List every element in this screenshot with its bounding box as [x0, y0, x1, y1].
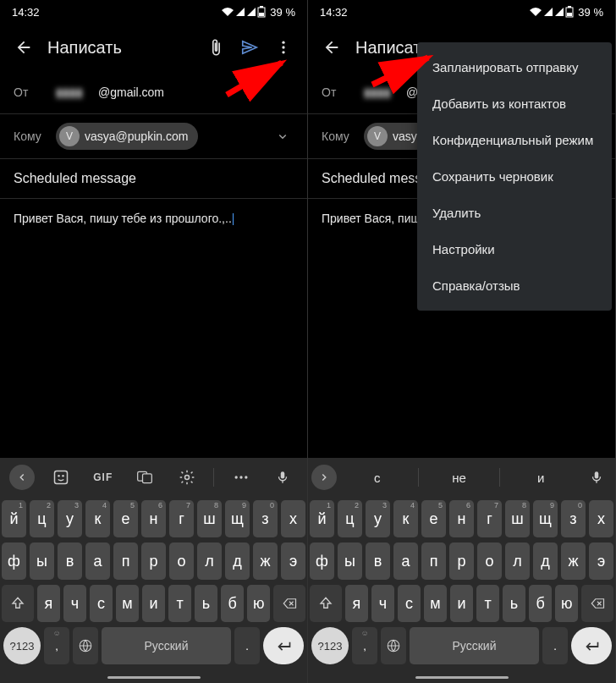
key-letter[interactable]: у3: [366, 500, 390, 537]
key-letter[interactable]: л: [505, 543, 530, 580]
key-letter[interactable]: п: [421, 543, 446, 580]
key-letter[interactable]: о: [169, 543, 194, 580]
key-letter[interactable]: а: [85, 543, 110, 580]
key-letter[interactable]: ы: [338, 543, 362, 580]
key-letter[interactable]: з0: [561, 500, 586, 537]
key-letter[interactable]: ц2: [338, 500, 362, 537]
nav-pill[interactable]: [107, 676, 201, 679]
key-letter[interactable]: э: [281, 543, 305, 580]
kb-chevron-right-icon[interactable]: [311, 465, 337, 490]
key-letter[interactable]: е5: [421, 500, 446, 537]
key-space[interactable]: Русский: [102, 627, 231, 664]
menu-item[interactable]: Конфиденциальный режим: [417, 122, 612, 158]
key-letter[interactable]: д: [225, 543, 250, 580]
key-letter[interactable]: т: [476, 585, 499, 622]
key-letter[interactable]: ч: [371, 585, 394, 622]
key-letter[interactable]: к4: [393, 500, 418, 537]
back-icon[interactable]: [7, 30, 41, 64]
suggestion[interactable]: не: [419, 471, 500, 485]
key-letter[interactable]: ы: [30, 543, 54, 580]
key-letter[interactable]: н6: [141, 500, 166, 537]
key-letter[interactable]: п: [113, 543, 138, 580]
key-letter[interactable]: ж: [561, 543, 586, 580]
key-comma[interactable]: ☺,: [352, 627, 377, 664]
key-letter[interactable]: н6: [449, 500, 474, 537]
key-letter[interactable]: х: [589, 500, 613, 537]
key-shift-icon[interactable]: [310, 585, 342, 622]
key-letter[interactable]: м: [116, 585, 139, 622]
key-letter[interactable]: е5: [113, 500, 138, 537]
kb-mic-icon[interactable]: [267, 462, 298, 493]
key-shift-icon[interactable]: [2, 585, 34, 622]
subject-field[interactable]: Scheduled message: [0, 159, 307, 198]
attach-icon[interactable]: [199, 30, 233, 64]
key-letter[interactable]: и: [142, 585, 165, 622]
from-row[interactable]: От ▮▮▮▮@gmail.com: [0, 71, 307, 113]
body-field[interactable]: Привет Вася, пишу тебе из прошлого.,..: [0, 199, 307, 351]
key-letter[interactable]: х: [281, 500, 305, 537]
key-letter[interactable]: й1: [2, 500, 26, 537]
menu-item[interactable]: Добавить из контактов: [417, 85, 612, 122]
key-backspace-icon[interactable]: [581, 585, 613, 622]
kb-chevron-left-icon[interactable]: [9, 465, 35, 490]
key-letter[interactable]: т: [168, 585, 191, 622]
suggestion[interactable]: и: [500, 471, 581, 485]
kb-mic-icon[interactable]: [581, 462, 612, 493]
kb-gif-icon[interactable]: GIF: [88, 462, 118, 493]
kb-translate-icon[interactable]: [129, 462, 160, 493]
menu-item[interactable]: Запланировать отправку: [417, 49, 612, 85]
key-letter[interactable]: з0: [253, 500, 278, 537]
expand-icon[interactable]: [272, 125, 294, 147]
key-letter[interactable]: ь: [195, 585, 217, 622]
key-letter[interactable]: м: [424, 585, 447, 622]
kb-sticker-icon[interactable]: [46, 462, 76, 493]
key-letter[interactable]: д: [533, 543, 558, 580]
key-letter[interactable]: г7: [477, 500, 502, 537]
key-comma[interactable]: ☺,: [44, 627, 69, 664]
key-letter[interactable]: к4: [85, 500, 110, 537]
menu-item[interactable]: Сохранить черновик: [417, 158, 612, 195]
key-enter-icon[interactable]: [571, 627, 612, 664]
key-letter[interactable]: ю: [247, 585, 270, 622]
to-row[interactable]: Кому V vasya@pupkin.com: [0, 114, 307, 158]
key-letter[interactable]: я: [37, 585, 60, 622]
key-letter[interactable]: ч: [63, 585, 86, 622]
key-letter[interactable]: о: [477, 543, 502, 580]
menu-item[interactable]: Справка/отзыв: [417, 267, 612, 304]
more-icon[interactable]: [267, 30, 300, 64]
kb-settings-icon[interactable]: [172, 462, 202, 493]
key-enter-icon[interactable]: [263, 627, 304, 664]
key-letter[interactable]: ш8: [505, 500, 530, 537]
key-letter[interactable]: ш8: [197, 500, 222, 537]
key-letter[interactable]: э: [589, 543, 613, 580]
key-letter[interactable]: г7: [169, 500, 194, 537]
suggestion[interactable]: с: [337, 471, 418, 485]
key-letter[interactable]: ю: [555, 585, 578, 622]
key-symbols[interactable]: ?123: [3, 627, 41, 664]
key-letter[interactable]: в: [58, 543, 82, 580]
key-symbols[interactable]: ?123: [311, 627, 349, 664]
key-period[interactable]: .: [542, 627, 568, 664]
key-letter[interactable]: а: [393, 543, 418, 580]
recipient-chip[interactable]: V vasya@pupkin.com: [56, 123, 198, 150]
key-space[interactable]: Русский: [410, 627, 539, 664]
key-letter[interactable]: р: [141, 543, 166, 580]
key-letter[interactable]: ф: [2, 543, 26, 580]
key-letter[interactable]: с: [398, 585, 421, 622]
key-letter[interactable]: с: [90, 585, 113, 622]
menu-item[interactable]: Настройки: [417, 231, 612, 267]
key-letter[interactable]: ц2: [30, 500, 54, 537]
nav-pill[interactable]: [415, 676, 509, 679]
key-letter[interactable]: и: [450, 585, 473, 622]
key-letter[interactable]: щ9: [225, 500, 250, 537]
key-letter[interactable]: б: [529, 585, 552, 622]
menu-item[interactable]: Удалить: [417, 195, 612, 231]
key-letter[interactable]: ф: [310, 543, 334, 580]
send-icon[interactable]: [233, 30, 267, 64]
key-letter[interactable]: р: [449, 543, 474, 580]
key-letter[interactable]: л: [197, 543, 222, 580]
key-letter[interactable]: ь: [503, 585, 525, 622]
key-globe-icon[interactable]: [381, 627, 406, 664]
key-period[interactable]: .: [234, 627, 260, 664]
key-letter[interactable]: б: [221, 585, 244, 622]
